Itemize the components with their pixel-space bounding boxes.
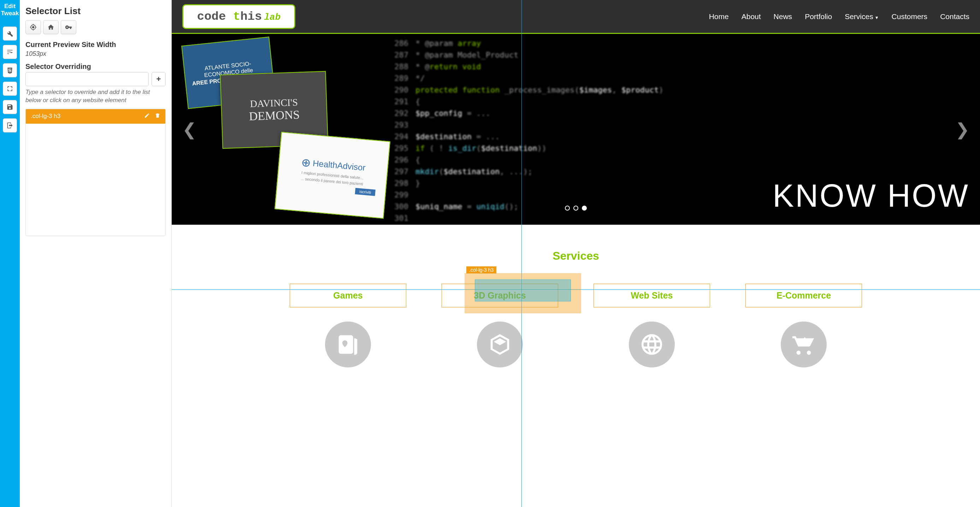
service-box-websites[interactable]: Web Sites xyxy=(593,284,710,307)
nav-about[interactable]: About xyxy=(741,13,761,21)
service-box-ecommerce[interactable]: E-Commerce xyxy=(745,284,862,307)
target-button[interactable] xyxy=(25,20,41,34)
nav-links: Home About News Portfolio Services▼ Cust… xyxy=(709,13,969,21)
logo-text: code thislab xyxy=(197,10,280,23)
tile-3-title: HealthAdvisor xyxy=(312,158,366,173)
logo-part-1: code xyxy=(197,10,226,23)
site-navbar: code thislab Home About News Portfolio S… xyxy=(172,0,980,34)
service-websites-title: Web Sites xyxy=(597,291,706,301)
logo-part-2: t xyxy=(233,10,240,23)
nav-customers[interactable]: Customers xyxy=(892,13,928,21)
ruler-horizontal xyxy=(172,289,980,290)
site-logo[interactable]: code thislab xyxy=(182,4,295,29)
save-icon xyxy=(6,103,13,111)
hero-carousel: ❮ ❯ 286* @param array287* @param Model_P… xyxy=(172,34,980,225)
delete-selector-button[interactable] xyxy=(155,113,161,120)
override-help: Type a selector to override and add it t… xyxy=(25,88,166,105)
css-button[interactable] xyxy=(3,63,17,77)
service-games-title: Games xyxy=(294,291,402,301)
highlight-label: .col-lg-3 h3 xyxy=(466,266,496,273)
carousel-dot-1[interactable] xyxy=(565,206,570,211)
preview-width-label: Current Preview Site Width xyxy=(25,41,166,49)
carousel-prev[interactable]: ❮ xyxy=(179,116,200,143)
chevron-down-icon: ▼ xyxy=(875,15,879,20)
override-row: + xyxy=(25,72,166,86)
selector-list: .col-lg-3 h3 xyxy=(25,109,166,236)
nav-services[interactable]: Services▼ xyxy=(845,13,878,21)
hero-title: KNOW HOW xyxy=(773,178,969,214)
wrench-icon xyxy=(6,30,13,37)
expand-button[interactable] xyxy=(3,82,17,96)
cart-icon xyxy=(791,332,816,357)
logout-icon xyxy=(6,122,13,129)
toolbar-title-l2: Tweak xyxy=(1,10,19,17)
service-3d-title: 3D Graphics xyxy=(445,291,554,301)
service-box-3d[interactable]: 3D Graphics xyxy=(442,284,558,307)
carousel-next[interactable]: ❯ xyxy=(952,116,973,143)
nav-contacts[interactable]: Contacts xyxy=(940,13,969,21)
panel-title: Selector List xyxy=(25,6,166,17)
3d-icon-circle xyxy=(477,321,523,367)
pencil-icon xyxy=(144,113,150,118)
nav-home[interactable]: Home xyxy=(709,13,729,21)
services-title: Services xyxy=(186,250,966,262)
preview-width-value: 1053px xyxy=(25,50,166,57)
tile-2-line-1: DAVINCI'S xyxy=(250,97,298,110)
cube-icon xyxy=(487,332,512,357)
tile-2-line-2: DEMONS xyxy=(249,108,300,123)
nav-services-label: Services xyxy=(845,13,873,21)
globe-icon xyxy=(640,332,664,357)
games-icon-circle xyxy=(325,321,371,367)
cart-icon-circle xyxy=(781,321,827,367)
services-section: Services Games 3D Graphics Web Sites xyxy=(172,225,980,381)
save-button[interactable] xyxy=(3,100,17,114)
key-button[interactable] xyxy=(61,20,76,34)
services-grid: Games 3D Graphics Web Sites xyxy=(186,284,966,367)
toolbar-strip: Edit Tweak xyxy=(0,0,20,507)
selector-panel: Selector List Current Preview Site Width… xyxy=(20,0,172,507)
carousel-dots xyxy=(565,206,587,211)
crosshair-icon xyxy=(30,24,37,31)
service-games: Games xyxy=(290,284,406,367)
service-box-games[interactable]: Games xyxy=(290,284,406,307)
preview-frame: code thislab Home About News Portfolio S… xyxy=(172,0,980,507)
trash-icon xyxy=(155,113,161,118)
app-root: Edit Tweak Selector List xyxy=(0,0,980,507)
ruler-vertical xyxy=(522,0,522,507)
sliders-button[interactable] xyxy=(3,45,17,59)
tile-3-cta: iscriviti xyxy=(355,188,375,196)
wrench-button[interactable] xyxy=(3,27,17,41)
css3-icon xyxy=(6,67,13,74)
service-ecommerce: E-Commerce xyxy=(745,284,862,367)
service-3d: 3D Graphics xyxy=(442,284,558,367)
web-icon-circle xyxy=(629,321,675,367)
key-icon xyxy=(65,24,72,31)
edit-selector-button[interactable] xyxy=(144,113,150,120)
logout-button[interactable] xyxy=(3,118,17,132)
logo-part-3: his xyxy=(240,10,262,23)
carousel-dot-2[interactable] xyxy=(573,206,578,211)
add-selector-button[interactable]: + xyxy=(151,72,166,86)
service-websites: Web Sites xyxy=(593,284,710,367)
expand-icon xyxy=(6,85,13,92)
sliders-icon xyxy=(6,48,13,56)
plus-icon: ⊕ xyxy=(301,156,311,170)
cards-icon xyxy=(336,332,360,357)
panel-actions xyxy=(25,20,166,34)
logo-lab: lab xyxy=(264,12,280,22)
nav-news[interactable]: News xyxy=(774,13,792,21)
service-ecommerce-title: E-Commerce xyxy=(749,291,858,301)
toolbar-title: Edit Tweak xyxy=(1,3,19,17)
carousel-dot-3[interactable] xyxy=(582,206,587,211)
override-label: Selector Overriding xyxy=(25,62,166,71)
toolbar-title-l1: Edit xyxy=(1,3,19,10)
home-button[interactable] xyxy=(43,20,59,34)
home-icon xyxy=(47,24,54,31)
selector-input[interactable] xyxy=(25,72,149,86)
nav-portfolio[interactable]: Portfolio xyxy=(805,13,832,21)
selector-item[interactable]: .col-lg-3 h3 xyxy=(26,109,165,124)
tile-health: ⊕HealthAdvisor I migliori professionisti… xyxy=(275,132,390,219)
selector-item-name: .col-lg-3 h3 xyxy=(31,113,139,120)
hero-artwork: ATLANTE SOCIO-ECONOMICO delle AREE PROTE… xyxy=(179,37,398,221)
